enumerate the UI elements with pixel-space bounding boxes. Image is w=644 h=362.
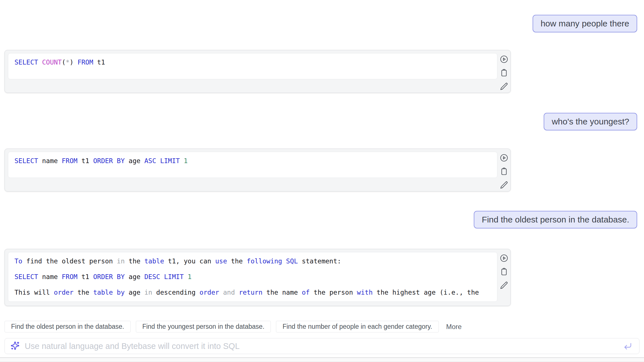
- assistant-sql-card: SELECT COUNT(*) FROM t1: [5, 50, 511, 93]
- user-message-row: how many people there: [0, 15, 644, 32]
- nl2sql-chat-page: how many people there SELECT COUNT(*) FR…: [0, 0, 644, 362]
- nl2sql-input[interactable]: [24, 341, 619, 351]
- sql-card-actions: [497, 50, 510, 91]
- code-line: SELECT COUNT(*) FROM t1: [14, 57, 491, 68]
- run-query-button[interactable]: [499, 55, 508, 64]
- run-query-button[interactable]: [499, 153, 508, 162]
- edit-button[interactable]: [499, 82, 508, 91]
- user-message-row: Find the oldest person in the database.: [0, 211, 644, 228]
- copy-button[interactable]: [499, 267, 508, 276]
- assistant-sql-card: SELECT name FROM t1 ORDER BY age ASC LIM…: [5, 149, 511, 192]
- clipboard-icon: [500, 167, 508, 176]
- assistant-sql-card: To find the oldest person in the table t…: [5, 249, 511, 306]
- nl2sql-input-bar[interactable]: [5, 338, 639, 354]
- copy-button[interactable]: [499, 68, 508, 77]
- code-line: SELECT name FROM t1 ORDER BY age DESC LI…: [14, 272, 491, 282]
- play-circle-icon: [500, 153, 508, 162]
- sql-editor[interactable]: To find the oldest person in the table t…: [8, 252, 497, 302]
- edit-button[interactable]: [499, 180, 508, 190]
- pencil-icon: [500, 281, 508, 290]
- enter-submit-icon[interactable]: [623, 342, 632, 351]
- suggestion-button-gender-count[interactable]: Find the number of people in each gender…: [276, 321, 439, 332]
- suggestion-row: Find the oldest person in the database. …: [5, 321, 644, 332]
- copy-button[interactable]: [499, 167, 508, 176]
- code-line: SELECT name FROM t1 ORDER BY age ASC LIM…: [14, 156, 491, 166]
- play-circle-icon: [500, 254, 508, 263]
- bottom-divider: [0, 357, 644, 362]
- clipboard-icon: [500, 267, 508, 276]
- code-line: This will order the table by age in desc…: [14, 287, 491, 298]
- user-message-row: who's the youngest?: [0, 113, 644, 130]
- sparkles-icon: [10, 341, 20, 351]
- sql-card-actions: [497, 149, 510, 190]
- pencil-icon: [500, 82, 508, 91]
- more-button[interactable]: More: [446, 323, 462, 331]
- sql-editor[interactable]: SELECT name FROM t1 ORDER BY age ASC LIM…: [8, 152, 497, 178]
- run-query-button[interactable]: [499, 253, 508, 263]
- suggestion-button-youngest[interactable]: Find the youngest person in the database…: [136, 321, 271, 332]
- user-message-bubble: how many people there: [533, 15, 637, 32]
- play-circle-icon: [500, 55, 508, 64]
- edit-button[interactable]: [499, 281, 508, 290]
- sql-card-actions: [497, 249, 510, 290]
- clipboard-icon: [500, 68, 508, 77]
- sql-editor[interactable]: SELECT COUNT(*) FROM t1: [8, 53, 497, 79]
- user-message-bubble: Find the oldest person in the database.: [474, 211, 637, 228]
- pencil-icon: [500, 181, 508, 190]
- code-line: To find the oldest person in the table t…: [14, 256, 491, 267]
- suggestion-button-oldest[interactable]: Find the oldest person in the database.: [5, 321, 131, 332]
- user-message-bubble: who's the youngest?: [544, 113, 637, 130]
